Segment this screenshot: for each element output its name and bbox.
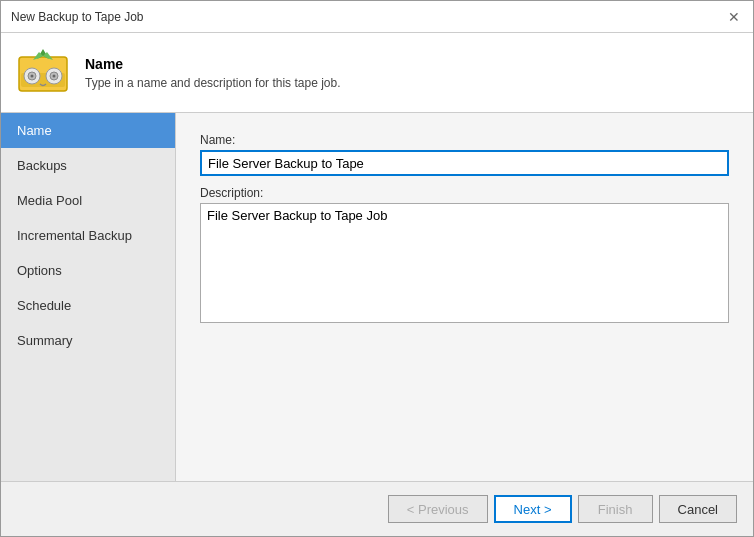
content-area: Name Backups Media Pool Incremental Back… — [1, 113, 753, 481]
cancel-button[interactable]: Cancel — [659, 495, 737, 523]
close-button[interactable]: ✕ — [725, 8, 743, 26]
sidebar-item-schedule[interactable]: Schedule — [1, 288, 175, 323]
sidebar-item-summary[interactable]: Summary — [1, 323, 175, 358]
header-description: Type in a name and description for this … — [85, 76, 341, 90]
svg-point-4 — [31, 74, 34, 77]
header-area: Name Type in a name and description for … — [1, 33, 753, 113]
header-text: Name Type in a name and description for … — [85, 56, 341, 90]
sidebar: Name Backups Media Pool Incremental Back… — [1, 113, 176, 481]
sidebar-item-name[interactable]: Name — [1, 113, 175, 148]
title-bar: New Backup to Tape Job ✕ — [1, 1, 753, 33]
description-field-group: Description: — [200, 186, 729, 326]
sidebar-item-backups[interactable]: Backups — [1, 148, 175, 183]
sidebar-item-media-pool[interactable]: Media Pool — [1, 183, 175, 218]
sidebar-item-incremental-backup[interactable]: Incremental Backup — [1, 218, 175, 253]
footer: < Previous Next > Finish Cancel — [1, 481, 753, 536]
header-title: Name — [85, 56, 341, 72]
description-label: Description: — [200, 186, 729, 200]
next-button[interactable]: Next > — [494, 495, 572, 523]
previous-button[interactable]: < Previous — [388, 495, 488, 523]
finish-button[interactable]: Finish — [578, 495, 653, 523]
svg-point-7 — [53, 74, 56, 77]
description-textarea[interactable] — [200, 203, 729, 323]
sidebar-item-options[interactable]: Options — [1, 253, 175, 288]
dialog-title: New Backup to Tape Job — [11, 10, 144, 24]
main-panel: Name: Description: — [176, 113, 753, 481]
name-label: Name: — [200, 133, 729, 147]
name-field-group: Name: — [200, 133, 729, 176]
tape-icon — [17, 47, 69, 99]
dialog: New Backup to Tape Job ✕ — [0, 0, 754, 537]
name-input[interactable] — [200, 150, 729, 176]
